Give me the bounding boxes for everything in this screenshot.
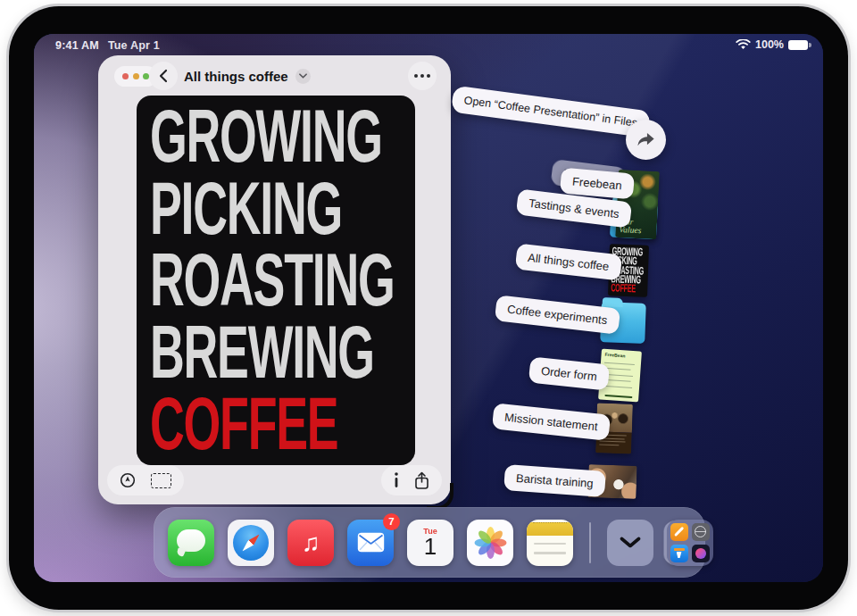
back-button[interactable] xyxy=(149,62,178,90)
poster-line-accent: COFFEE xyxy=(150,387,320,460)
dock-app-mail[interactable]: 7 xyxy=(347,520,394,566)
dock-app-messages[interactable] xyxy=(168,520,214,566)
dock-app-calendar[interactable]: Tue 1 xyxy=(407,520,453,566)
keynote-icon xyxy=(670,545,688,562)
envelope-icon xyxy=(357,532,385,553)
dock-chevron-button[interactable] xyxy=(607,520,653,566)
ellipsis-icon xyxy=(414,74,418,78)
screenshot-page: 9:41 AM Tue Apr 1 100% xyxy=(0,0,857,616)
quicklook-window: All things coffee GROWING PICKING ROA xyxy=(98,55,451,504)
notes-header xyxy=(527,522,573,536)
markup-icon[interactable] xyxy=(120,472,136,488)
ipad-screen: 9:41 AM Tue Apr 1 100% xyxy=(34,34,823,582)
poster-line: PICKING xyxy=(150,172,320,245)
dock-app-music[interactable]: ♫ xyxy=(287,520,334,566)
title-menu-button[interactable] xyxy=(295,69,311,84)
battery-percent: 100% xyxy=(755,38,784,51)
dock-app-stack[interactable] xyxy=(667,520,713,566)
form-title: FreeBean xyxy=(604,352,637,360)
poster-line: BREWING xyxy=(150,316,320,388)
globe-icon xyxy=(692,523,710,541)
more-options-button[interactable] xyxy=(408,62,437,90)
dock-app-safari[interactable] xyxy=(228,520,274,566)
dock: ♫ 7 Tue 1 xyxy=(154,507,705,578)
window-toolbar-left xyxy=(107,465,184,495)
pages-icon xyxy=(670,523,688,541)
window-title: All things coffee xyxy=(184,69,288,84)
status-date: Tue Apr 1 xyxy=(108,39,160,52)
chevron-down-icon xyxy=(620,537,641,548)
forward-arrow-icon xyxy=(636,131,656,148)
form-footer-line xyxy=(604,395,633,398)
status-time: 9:41 AM xyxy=(55,39,99,52)
coffee-poster-preview: GROWING PICKING ROASTING BREWING COFFEE xyxy=(137,96,415,465)
close-button[interactable] xyxy=(122,73,129,79)
dock-app-photos[interactable] xyxy=(467,520,513,566)
fullscreen-button[interactable] xyxy=(143,73,149,79)
shortcuts-icon xyxy=(692,545,710,562)
mail-badge: 7 xyxy=(383,513,400,530)
status-bar-left: 9:41 AM Tue Apr 1 xyxy=(55,39,160,52)
chevron-down-icon xyxy=(299,73,307,79)
wifi-icon xyxy=(736,39,751,50)
minimize-button[interactable] xyxy=(133,73,139,79)
forward-share-button[interactable] xyxy=(626,120,666,160)
status-bar-right: 100% xyxy=(736,38,808,51)
window-title-row: All things coffee xyxy=(184,55,311,96)
crop-icon[interactable] xyxy=(151,473,171,488)
info-icon[interactable] xyxy=(394,472,399,488)
chevron-left-icon xyxy=(159,69,168,83)
dock-divider xyxy=(589,522,591,563)
ipad-device-frame: 9:41 AM Tue Apr 1 100% xyxy=(9,6,848,610)
battery-icon xyxy=(788,40,808,50)
poster-line: GROWING xyxy=(150,100,320,172)
music-note-icon: ♫ xyxy=(302,530,320,555)
dock-app-notes[interactable] xyxy=(527,520,573,566)
calendar-day: 1 xyxy=(407,536,453,558)
poster-line: ROASTING xyxy=(150,244,320,316)
